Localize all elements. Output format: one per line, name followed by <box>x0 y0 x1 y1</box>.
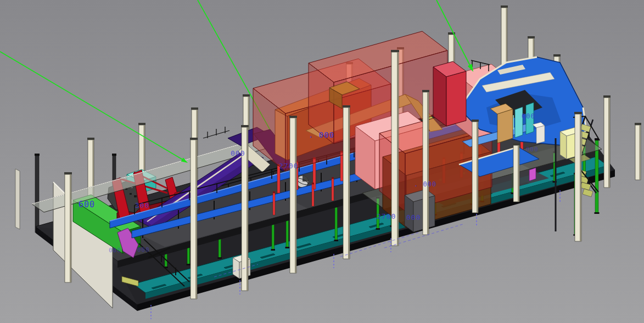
dimension-label: 000 <box>526 146 539 153</box>
dimension-label: 2700 <box>377 212 396 220</box>
dimension-label: 000 <box>406 213 421 222</box>
dimension-label: . 000 <box>414 180 436 188</box>
box-white-front <box>536 126 545 144</box>
cad-viewport[interactable]: 600 300 000 000 2700 . 000 000 2700 000 … <box>0 0 644 323</box>
dimension-label: 000 <box>109 247 121 254</box>
dimension-label: . 000 <box>309 131 334 139</box>
panel-cyan[interactable] <box>515 107 523 138</box>
tower-crimson-left[interactable] <box>433 67 446 126</box>
dimension-label: 2700 <box>279 162 298 170</box>
box-tan-front[interactable] <box>497 109 513 143</box>
wall-sliver <box>15 169 20 229</box>
dimension-label: 300 <box>135 201 149 209</box>
cad-window: 600 300 000 000 2700 . 000 000 2700 000 … <box>0 0 644 323</box>
dimension-label: 000 <box>522 112 535 120</box>
cabinet-yellow-left[interactable] <box>560 132 567 159</box>
panel-magenta[interactable] <box>529 168 536 181</box>
dimension-label: 000 <box>231 149 245 157</box>
dimension-label: 600 <box>79 200 95 209</box>
dimension-label: 000 <box>137 246 150 253</box>
tower-crimson-front[interactable] <box>446 71 466 126</box>
